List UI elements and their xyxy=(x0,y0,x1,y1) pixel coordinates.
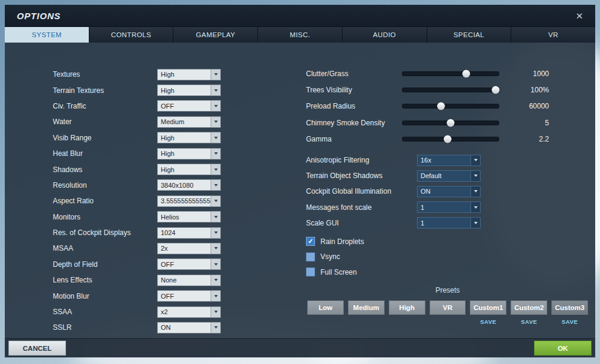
water-dropdown[interactable]: Medium xyxy=(157,116,221,128)
anisotropic-filtering-dropdown[interactable]: 16x xyxy=(417,155,481,166)
aspect-ratio-dropdown[interactable]: 3.5555555555556 xyxy=(157,195,221,207)
chevron-down-icon[interactable] xyxy=(211,70,220,80)
dropdown-value: 16x xyxy=(418,155,470,166)
tab-vr[interactable]: VR xyxy=(511,27,595,43)
cancel-button[interactable]: CANCEL xyxy=(8,341,66,356)
heat-blur-dropdown[interactable]: High xyxy=(157,148,221,160)
slider-thumb[interactable] xyxy=(437,103,445,110)
chevron-down-icon[interactable] xyxy=(211,323,220,333)
chevron-down-icon[interactable] xyxy=(211,180,220,190)
ok-button[interactable]: OK xyxy=(534,341,592,356)
title-bar: OPTIONS ✕ xyxy=(5,5,595,27)
close-icon[interactable]: ✕ xyxy=(575,11,583,20)
sslr-dropdown[interactable]: ON xyxy=(157,322,221,333)
slider-value: 60000 xyxy=(499,102,549,110)
msaa-dropdown[interactable]: 2x xyxy=(157,243,221,254)
save-label[interactable]: SAVE xyxy=(521,318,537,325)
terrain-object-shadows-dropdown[interactable]: Default xyxy=(417,170,481,182)
chimney-smoke-density-slider[interactable] xyxy=(402,121,499,125)
dropdown-value: ON xyxy=(418,186,470,197)
chevron-down-icon[interactable] xyxy=(211,117,220,127)
monitors-dropdown[interactable]: Helios xyxy=(157,211,221,222)
dropdown-value: None xyxy=(158,275,211,285)
full-screen-checkbox[interactable] xyxy=(306,267,315,276)
chevron-down-icon[interactable] xyxy=(211,228,220,238)
chevron-down-icon[interactable] xyxy=(211,101,220,111)
chevron-down-icon[interactable] xyxy=(211,259,220,269)
tab-gameplay[interactable]: GAMEPLAY xyxy=(173,27,258,43)
lens-effects-dropdown[interactable]: None xyxy=(157,275,221,286)
chevron-down-icon[interactable] xyxy=(211,196,220,206)
chevron-down-icon[interactable] xyxy=(211,212,220,222)
gamma-slider[interactable] xyxy=(402,137,499,142)
chevron-down-icon[interactable] xyxy=(211,243,220,254)
save-link-custom3[interactable]: SAVE xyxy=(551,318,588,325)
save-link-custom1[interactable]: SAVE xyxy=(470,318,506,325)
chevron-down-icon[interactable] xyxy=(470,186,480,197)
chevron-down-icon[interactable] xyxy=(470,171,480,181)
dropdown-value: x2 xyxy=(158,307,211,317)
dropdown-value: Default xyxy=(418,171,470,181)
dropdown-value: 3840x1080 xyxy=(158,180,211,190)
chevron-down-icon[interactable] xyxy=(211,307,220,317)
dropdown-value: 1024 xyxy=(158,228,211,238)
dropdown-value: 2x xyxy=(158,243,211,254)
depth-of-field-dropdown[interactable]: OFF xyxy=(157,258,221,270)
chevron-down-icon[interactable] xyxy=(470,202,480,212)
messages-font-scale-dropdown[interactable]: 1 xyxy=(417,201,481,213)
slider-thumb[interactable] xyxy=(447,119,455,127)
save-spacer xyxy=(430,318,466,325)
tab-special[interactable]: SPECIAL xyxy=(427,27,512,43)
shadows-dropdown[interactable]: High xyxy=(157,164,221,175)
chevron-down-icon[interactable] xyxy=(211,291,220,301)
chevron-down-icon[interactable] xyxy=(470,155,480,166)
chevron-down-icon[interactable] xyxy=(470,218,480,228)
save-link-custom2[interactable]: SAVE xyxy=(511,318,547,325)
preset-vr-button[interactable]: VR xyxy=(430,300,466,315)
preload-radius-slider[interactable] xyxy=(402,104,499,109)
slider-thumb[interactable] xyxy=(444,136,452,143)
preset-low-button[interactable]: Low xyxy=(307,300,344,315)
save-label[interactable]: SAVE xyxy=(562,318,578,325)
checkbox-label: Rain Droplets xyxy=(320,237,364,246)
preset-custom1-button[interactable]: Custom1 xyxy=(470,300,506,315)
terrain-textures-dropdown[interactable]: High xyxy=(157,85,221,96)
rain-droplets-checkbox[interactable]: ✓ xyxy=(306,237,315,246)
scale-gui-dropdown[interactable]: 1 xyxy=(417,217,481,228)
motion-blur-dropdown[interactable]: OFF xyxy=(157,290,221,302)
save-label[interactable]: SAVE xyxy=(480,318,496,325)
tab-misc[interactable]: MISC. xyxy=(258,27,343,43)
visib-range-dropdown[interactable]: High xyxy=(157,132,221,143)
preset-custom3-button[interactable]: Custom3 xyxy=(551,300,588,315)
clutter-grass-slider[interactable] xyxy=(402,71,499,76)
slider-thumb[interactable] xyxy=(492,86,500,94)
dropdown-value: 1 xyxy=(418,202,470,212)
chevron-down-icon[interactable] xyxy=(211,275,220,285)
setting-label: Civ. Traffic xyxy=(53,102,157,110)
preset-custom2-button[interactable]: Custom2 xyxy=(511,300,547,315)
slider-value: 2.2 xyxy=(499,135,549,143)
setting-row-anisotropic-filtering: Anisotropic Filtering 16x xyxy=(306,152,486,168)
chevron-down-icon[interactable] xyxy=(211,164,220,175)
res-of-cockpit-displays-dropdown[interactable]: 1024 xyxy=(157,227,221,239)
civ-traffic-dropdown[interactable]: OFF xyxy=(157,100,221,112)
slider-thumb[interactable] xyxy=(462,70,470,77)
trees-visibility-slider[interactable] xyxy=(402,88,499,92)
setting-label: Depth of Field xyxy=(53,260,157,269)
textures-dropdown[interactable]: High xyxy=(157,69,221,80)
preset-medium-button[interactable]: Medium xyxy=(348,300,385,315)
setting-label: MSAA xyxy=(53,244,157,252)
cockpit-global-illumination-dropdown[interactable]: ON xyxy=(417,186,481,197)
tab-audio[interactable]: AUDIO xyxy=(343,27,427,43)
tab-system[interactable]: SYSTEM xyxy=(5,27,89,43)
chevron-down-icon[interactable] xyxy=(211,85,220,95)
chevron-down-icon[interactable] xyxy=(211,149,220,159)
chevron-down-icon[interactable] xyxy=(211,133,220,143)
tab-controls[interactable]: CONTROLS xyxy=(89,27,174,43)
ssaa-dropdown[interactable]: x2 xyxy=(157,306,221,318)
resolution-dropdown[interactable]: 3840x1080 xyxy=(157,179,221,191)
preset-high-button[interactable]: High xyxy=(389,300,425,315)
vsync-checkbox[interactable] xyxy=(306,252,315,261)
dropdown-value: ON xyxy=(158,323,211,333)
footer-bar xyxy=(5,338,595,357)
